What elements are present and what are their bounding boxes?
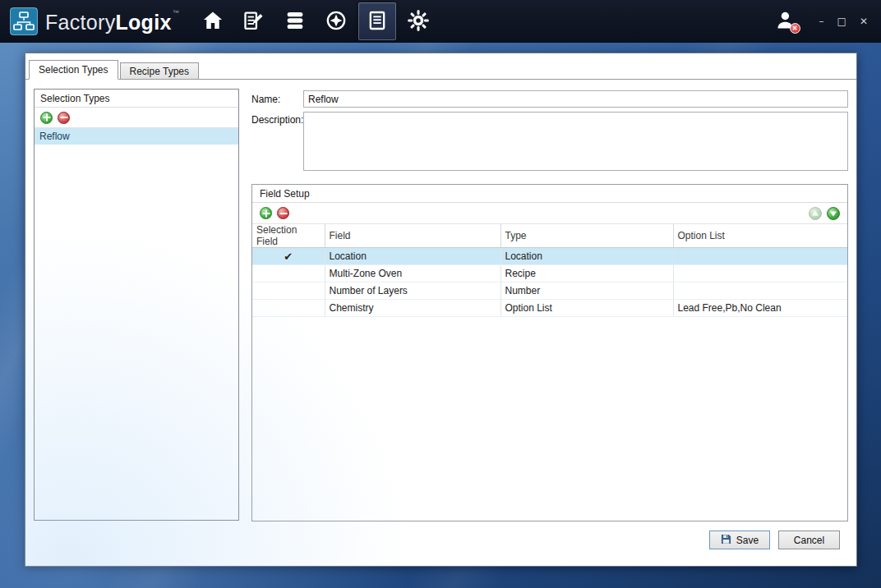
nav-compass-button[interactable]: [317, 2, 355, 40]
save-icon: [721, 534, 731, 547]
cell-selection: [252, 300, 325, 317]
list-item-reflow[interactable]: Reflow: [35, 128, 238, 145]
nav-stack-button[interactable]: [276, 2, 314, 40]
selection-types-header: Selection Types: [35, 90, 238, 108]
tab-selection-types[interactable]: Selection Types: [29, 60, 118, 80]
add-selection-type-button[interactable]: [40, 112, 53, 124]
column-header-field[interactable]: Field: [325, 224, 500, 248]
edit-list-icon: [242, 9, 265, 34]
name-label: Name:: [251, 94, 280, 105]
cell-field: Number of Layers: [325, 283, 500, 300]
cell-field: Multi-Zone Oven: [325, 265, 500, 283]
cell-field: Chemistry: [325, 300, 500, 317]
gear-icon: [406, 8, 431, 35]
save-button[interactable]: Save: [709, 531, 770, 549]
minimize-button[interactable]: –: [819, 16, 824, 26]
stack-icon: [284, 9, 307, 34]
nav-home-button[interactable]: [194, 2, 232, 40]
description-input[interactable]: [303, 112, 848, 171]
selection-types-toolbar: [35, 108, 238, 128]
move-field-down-button[interactable]: [827, 207, 840, 220]
nav-report-button[interactable]: [358, 2, 396, 40]
name-input[interactable]: [303, 90, 848, 108]
field-setup-toolbar: [252, 203, 847, 224]
add-field-button[interactable]: [260, 207, 272, 219]
cell-option-list: [673, 265, 847, 283]
column-header-type[interactable]: Type: [500, 224, 673, 248]
nav-settings-button[interactable]: [399, 2, 437, 40]
field-setup-group: Field Setup Selection Field Field Type: [251, 184, 848, 521]
field-setup-title: Field Setup: [252, 185, 847, 203]
table-header-row: Selection Field Field Type Option List: [252, 224, 847, 248]
tab-strip: Selection Types Recipe Types: [25, 53, 856, 79]
close-button[interactable]: ✕: [860, 16, 868, 26]
user-signout-button[interactable]: ✕: [772, 7, 800, 35]
check-icon: ✔: [252, 248, 325, 265]
column-header-option-list[interactable]: Option List: [673, 224, 847, 248]
column-header-selection-field[interactable]: Selection Field: [252, 224, 325, 248]
report-icon: [366, 9, 389, 34]
tab-recipe-types-label: Recipe Types: [130, 66, 190, 77]
window-controls: – □ ✕: [819, 16, 871, 26]
move-field-up-button[interactable]: [809, 207, 822, 220]
cancel-button[interactable]: Cancel: [778, 531, 840, 549]
window-background: Selection Types Recipe Types Selection T…: [0, 43, 881, 588]
field-row[interactable]: Multi-Zone Oven Recipe: [252, 265, 847, 283]
cell-option-list: Lead Free,Pb,No Clean: [673, 300, 847, 317]
field-row[interactable]: Chemistry Option List Lead Free,Pb,No Cl…: [252, 300, 847, 317]
main-panel: Selection Types Recipe Types Selection T…: [25, 53, 857, 567]
selection-types-listbox: Selection Types Reflow: [34, 89, 239, 521]
cell-type: Option List: [500, 300, 673, 317]
selection-types-list: Reflow: [35, 128, 238, 520]
tab-recipe-types[interactable]: Recipe Types: [120, 62, 200, 80]
cancel-button-label: Cancel: [794, 535, 824, 546]
home-icon: [201, 9, 224, 34]
cell-selection: [252, 283, 325, 300]
cell-type: Number: [500, 283, 673, 300]
top-navigation: [194, 0, 437, 43]
maximize-button[interactable]: □: [837, 16, 846, 26]
cell-type: Recipe: [500, 265, 673, 283]
titlebar-right: ✕ – □ ✕: [772, 7, 871, 35]
tab-content: Selection Types Reflow Name: Description…: [25, 79, 856, 566]
factorylogix-logo-icon: [10, 7, 38, 35]
tab-selection-types-label: Selection Types: [39, 64, 108, 76]
remove-field-button[interactable]: [277, 207, 289, 219]
app-logo: FactoryLogix™: [10, 7, 179, 35]
titlebar: FactoryLogix™: [0, 0, 881, 43]
app-title: FactoryLogix™: [45, 9, 179, 34]
field-setup-table: Selection Field Field Type Option List ✔…: [252, 224, 847, 317]
remove-selection-type-button[interactable]: [58, 112, 70, 124]
cell-type: Location: [500, 248, 673, 265]
description-label: Description:: [251, 114, 303, 126]
nav-edit-list-button[interactable]: [235, 2, 273, 40]
compass-icon: [325, 9, 348, 34]
cell-selection: [252, 265, 325, 283]
save-button-label: Save: [736, 535, 759, 546]
field-row[interactable]: Number of Layers Number: [252, 283, 847, 300]
cell-option-list: [673, 283, 847, 300]
cell-field: Location: [325, 248, 500, 265]
field-row[interactable]: ✔ Location Location: [252, 248, 847, 265]
cell-option-list: [673, 248, 847, 265]
signout-badge-icon: ✕: [790, 23, 800, 34]
